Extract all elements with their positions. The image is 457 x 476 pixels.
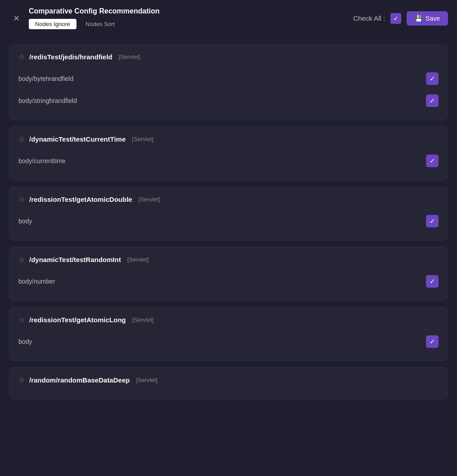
card-redis-hrandfield: ☆ /redisTest/jedis/hrandfield [Servlet] …	[9, 44, 448, 120]
card-header: ☆ /dynamicTest/testRandomInt [Servlet]	[18, 255, 439, 264]
row-label: body/currenttime	[18, 157, 65, 165]
table-row: body ✓	[18, 330, 439, 352]
save-icon: 💾	[415, 15, 422, 22]
save-button[interactable]: 💾 Save	[407, 11, 448, 26]
content-area: ☆ /redisTest/jedis/hrandfield [Servlet] …	[0, 37, 457, 476]
card-title: /redissionTest/getAtomicLong	[29, 316, 126, 324]
card-title: /dynamicTest/testCurrentTime	[29, 135, 126, 143]
header-title-area: Comparative Config Recommendation Nodes …	[29, 7, 160, 29]
card-rows: body/number ✓	[18, 270, 439, 292]
checkmark-icon: ✓	[430, 75, 435, 83]
check-all-checkmark: ✓	[393, 15, 399, 22]
card-tag: [Servlet]	[136, 377, 157, 383]
checkmark-icon: ✓	[430, 338, 435, 346]
star-icon[interactable]: ☆	[18, 255, 25, 264]
card-redission-atomic-long: ☆ /redissionTest/getAtomicLong [Servlet]…	[9, 307, 448, 361]
card-title: /dynamicTest/testRandomInt	[29, 256, 121, 263]
card-rows: body ✓	[18, 210, 439, 232]
check-all-label: Check All :	[353, 14, 385, 22]
row-checkbox[interactable]: ✓	[426, 94, 439, 107]
card-tag: [Servlet]	[127, 256, 149, 263]
tab-nodes-sort[interactable]: Nodes Sort	[79, 19, 121, 29]
checkmark-icon: ✓	[430, 217, 435, 225]
card-rows: body/bytehrandfield ✓ body/stringhrandfi…	[18, 67, 439, 111]
card-header: ☆ /random/randomBaseDataDeep [Servlet]	[18, 376, 439, 384]
header-tabs: Nodes Ignore Nodes Sort	[29, 19, 160, 29]
page-title: Comparative Config Recommendation	[29, 7, 160, 15]
table-row: body ✓	[18, 210, 439, 232]
card-title: /redissionTest/getAtomicDouble	[29, 196, 132, 203]
card-redission-atomic-double: ☆ /redissionTest/getAtomicDouble [Servle…	[9, 187, 448, 240]
row-label: body/number	[18, 278, 55, 285]
row-checkbox[interactable]: ✓	[426, 215, 439, 227]
check-all-checkbox[interactable]: ✓	[390, 13, 401, 24]
card-header: ☆ /redissionTest/getAtomicDouble [Servle…	[18, 195, 439, 204]
card-header: ☆ /redissionTest/getAtomicLong [Servlet]	[18, 316, 439, 324]
card-rows: body/currenttime ✓	[18, 150, 439, 172]
row-label: body	[18, 338, 32, 345]
card-dynamic-currenttime: ☆ /dynamicTest/testCurrentTime [Servlet]…	[9, 126, 448, 180]
checkmark-icon: ✓	[430, 97, 435, 105]
star-icon[interactable]: ☆	[18, 316, 25, 324]
card-header: ☆ /redisTest/jedis/hrandfield [Servlet]	[18, 53, 439, 61]
card-title: /random/randomBaseDataDeep	[29, 376, 130, 384]
header: ✕ Comparative Config Recommendation Node…	[0, 0, 457, 37]
close-icon: ✕	[13, 13, 20, 23]
row-label: body/bytehrandfield	[18, 75, 73, 82]
save-label: Save	[426, 15, 440, 22]
card-tag: [Servlet]	[139, 196, 160, 203]
card-rows: body ✓	[18, 330, 439, 352]
card-dynamic-random-int: ☆ /dynamicTest/testRandomInt [Servlet] b…	[9, 247, 448, 301]
star-icon[interactable]: ☆	[18, 135, 25, 143]
table-row: body/currenttime ✓	[18, 150, 439, 172]
table-row: body/bytehrandfield ✓	[18, 67, 439, 89]
card-tag: [Servlet]	[132, 316, 154, 323]
card-random-base-deep: ☆ /random/randomBaseDataDeep [Servlet]	[9, 367, 448, 399]
row-checkbox[interactable]: ✓	[426, 155, 439, 167]
card-tag: [Servlet]	[119, 53, 140, 60]
checkmark-icon: ✓	[430, 277, 435, 285]
table-row: body/stringhrandfield ✓	[18, 89, 439, 111]
row-label: body	[18, 218, 32, 225]
star-icon[interactable]: ☆	[18, 376, 25, 384]
checkmark-icon: ✓	[430, 157, 435, 165]
row-checkbox[interactable]: ✓	[426, 335, 439, 348]
star-icon[interactable]: ☆	[18, 53, 25, 61]
row-label: body/stringhrandfield	[18, 97, 77, 104]
card-tag: [Servlet]	[132, 136, 154, 142]
table-row: body/number ✓	[18, 270, 439, 292]
card-header: ☆ /dynamicTest/testCurrentTime [Servlet]	[18, 135, 439, 143]
app-container: ✕ Comparative Config Recommendation Node…	[0, 0, 457, 476]
card-title: /redisTest/jedis/hrandfield	[29, 53, 112, 61]
close-button[interactable]: ✕	[9, 11, 23, 26]
tab-nodes-ignore[interactable]: Nodes Ignore	[29, 19, 76, 29]
star-icon[interactable]: ☆	[18, 195, 25, 204]
row-checkbox[interactable]: ✓	[426, 72, 439, 85]
header-right: Check All : ✓ 💾 Save	[353, 11, 448, 26]
row-checkbox[interactable]: ✓	[426, 275, 439, 288]
